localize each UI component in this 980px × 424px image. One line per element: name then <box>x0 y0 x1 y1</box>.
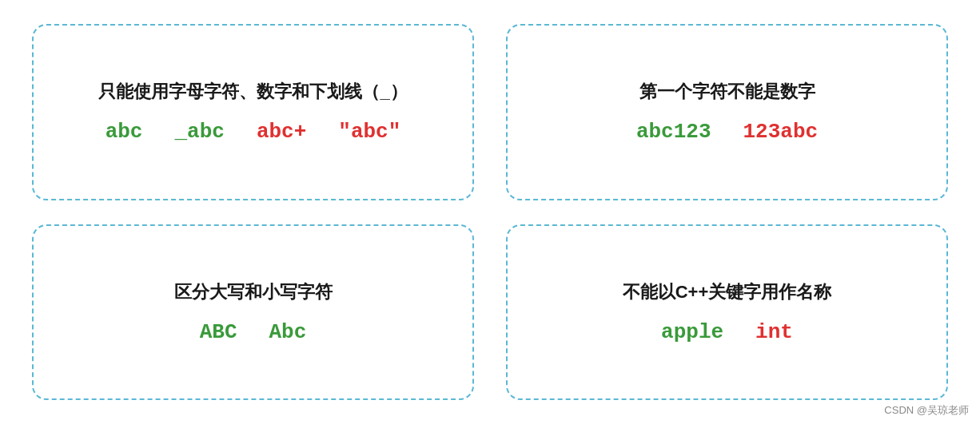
card-case-sensitive: 区分大写和小写字符ABCAbc <box>32 224 474 401</box>
card-letters-digits-underscore-item-0: abc <box>106 120 143 144</box>
card-letters-digits-underscore-items: abc_abcabc+"abc" <box>106 120 401 144</box>
card-case-sensitive-title: 区分大写和小写字符 <box>174 280 333 304</box>
card-no-keywords-item-1: int <box>755 320 793 344</box>
card-case-sensitive-items: ABCAbc <box>200 320 307 344</box>
card-case-sensitive-item-0: ABC <box>200 320 237 344</box>
card-no-digit-first-item-0: abc123 <box>636 120 711 144</box>
card-no-digit-first-items: abc123123abc <box>636 120 818 144</box>
card-no-keywords: 不能以C++关键字用作名称appleint <box>506 224 948 401</box>
main-grid: 只能使用字母字符、数字和下划线（_）abc_abcabc+"abc"第一个字符不… <box>0 0 980 424</box>
card-no-digit-first: 第一个字符不能是数字abc123123abc <box>506 24 948 200</box>
card-no-keywords-title: 不能以C++关键字用作名称 <box>623 280 832 304</box>
card-no-keywords-item-0: apple <box>661 320 723 344</box>
card-letters-digits-underscore-item-1: _abc <box>174 120 224 144</box>
card-no-digit-first-title: 第一个字符不能是数字 <box>639 80 815 104</box>
card-no-digit-first-item-1: 123abc <box>743 120 819 144</box>
card-letters-digits-underscore-item-2: abc+ <box>257 120 306 144</box>
card-letters-digits-underscore: 只能使用字母字符、数字和下划线（_）abc_abcabc+"abc" <box>32 24 474 200</box>
card-no-keywords-items: appleint <box>661 320 793 344</box>
watermark: CSDN @吴琼老师 <box>884 403 969 418</box>
card-case-sensitive-item-1: Abc <box>269 320 307 344</box>
card-letters-digits-underscore-title: 只能使用字母字符、数字和下划线（_） <box>98 80 407 104</box>
card-letters-digits-underscore-item-3: "abc" <box>338 120 400 144</box>
